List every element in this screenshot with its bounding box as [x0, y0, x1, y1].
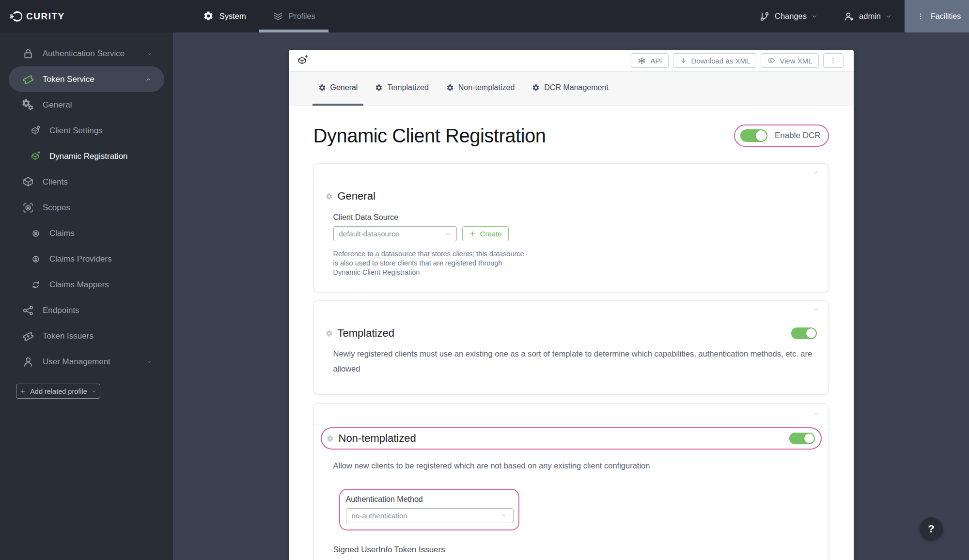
templatized-toggle[interactable] — [791, 327, 817, 339]
facilities-button[interactable]: Facilities — [905, 0, 969, 32]
client-data-source-help: Reference to a datasource that stores cl… — [333, 249, 817, 277]
sidebar-item-claims-providers[interactable]: Claims Providers — [0, 246, 173, 272]
chevron-down-icon — [91, 389, 97, 394]
claims-download-icon — [30, 253, 42, 265]
api-button[interactable]: API — [631, 53, 668, 68]
api-button-label: API — [650, 57, 662, 65]
plus-icon — [469, 230, 476, 237]
tab-dcr-management[interactable]: DCR Management — [526, 72, 614, 106]
nav-tab-system-label: System — [219, 12, 246, 21]
sidebar-item-token-service[interactable]: Token Service — [9, 66, 164, 92]
chevron-up-icon — [145, 76, 152, 83]
section-title: Templatized — [338, 327, 394, 340]
box-plus-icon — [297, 54, 309, 67]
section-general: General Client Data Source default-datas… — [313, 163, 829, 292]
share-icon — [21, 304, 35, 317]
more-options-button[interactable] — [823, 53, 844, 68]
nav-tab-system[interactable]: System — [190, 0, 259, 32]
sidebar-item-label: Clients — [43, 177, 68, 187]
tab-label: DCR Management — [544, 83, 609, 92]
sidebar-item-claims[interactable]: Claims — [0, 220, 173, 246]
client-data-source-select[interactable]: default-datasource — [333, 226, 457, 241]
view-xml-button[interactable]: View XML — [761, 53, 818, 68]
section-body: General Client Data Source default-datas… — [314, 181, 828, 292]
collapse-chevron-icon[interactable] — [813, 410, 820, 417]
gear-icon — [532, 84, 540, 92]
tab-non-templatized[interactable]: Non-templatized — [440, 72, 521, 106]
profile-card: API Download as XML View XML — [289, 50, 854, 560]
facilities-label: Facilities — [931, 12, 961, 21]
authentication-method-select[interactable]: no-authentication — [346, 508, 514, 523]
sidebar-item-dynamic-registration[interactable]: Dynamic Registration — [0, 143, 173, 169]
claims-icon — [30, 228, 42, 239]
curity-logo[interactable]: CURITY — [0, 0, 65, 32]
user-menu[interactable]: admin — [830, 0, 905, 32]
gear-icon — [326, 193, 333, 200]
help-button[interactable]: ? — [920, 517, 943, 541]
collapse-chevron-icon[interactable] — [813, 306, 820, 313]
sidebar-item-general[interactable]: General — [0, 92, 173, 118]
page-title: Dynamic Client Registration — [313, 125, 546, 147]
collapse-chevron-icon[interactable] — [813, 169, 820, 176]
tab-label: General — [330, 83, 358, 92]
section-collapse-strip — [314, 301, 828, 318]
non-templatized-description: Allow new clients to be registered which… — [333, 458, 817, 473]
sidebar-item-user-management[interactable]: User Management — [0, 349, 173, 374]
person-icon — [21, 355, 35, 369]
non-templatized-toggle[interactable] — [789, 433, 815, 444]
user-label: admin — [859, 12, 881, 21]
sidebar-item-endpoints[interactable]: Endpoints — [0, 297, 173, 323]
main-area: API Download as XML View XML — [173, 32, 969, 560]
scope-icon — [21, 201, 35, 215]
card-toolbar: API Download as XML View XML — [631, 53, 843, 68]
sidebar-item-scopes[interactable]: Scopes — [0, 195, 173, 220]
enable-dcr-control: Enable DCR — [734, 124, 829, 147]
changes-menu[interactable]: Changes — [746, 0, 830, 32]
git-branch-icon — [759, 11, 770, 22]
sidebar-item-clients[interactable]: Clients — [0, 169, 173, 195]
sidebar-item-label: User Management — [43, 357, 110, 367]
section-collapse-strip — [314, 164, 828, 181]
tab-templatized[interactable]: Templatized — [369, 72, 434, 106]
sidebar-item-client-settings[interactable]: Client Settings — [0, 118, 173, 143]
top-nav: System Profiles — [190, 0, 328, 32]
layers-icon — [272, 11, 284, 22]
plus-icon — [19, 388, 26, 395]
create-datasource-button[interactable]: Create — [462, 226, 509, 241]
topbar-right: Changes admin Facilities — [746, 0, 969, 32]
gear-icon — [203, 11, 215, 22]
view-xml-label: View XML — [780, 57, 812, 65]
add-related-profile-button[interactable]: Add related profile — [16, 384, 100, 399]
box-plus-icon — [30, 151, 42, 162]
chevron-down-icon — [146, 50, 153, 57]
changes-label: Changes — [775, 12, 807, 21]
chevron-down-icon — [444, 231, 451, 237]
sidebar-item-label: Authentication Service — [43, 49, 125, 59]
sidebar-item-claims-mappers[interactable]: Claims Mappers — [0, 272, 173, 297]
sidebar-item-token-issuers[interactable]: Token Issuers — [0, 323, 173, 349]
client-data-source-value: default-datasource — [339, 230, 399, 238]
eye-icon — [767, 56, 776, 65]
section-title: General — [338, 190, 375, 202]
download-xml-label: Download as XML — [691, 57, 750, 65]
download-xml-button[interactable]: Download as XML — [673, 53, 757, 68]
nav-tab-profiles[interactable]: Profiles — [259, 0, 328, 32]
box-icon — [21, 175, 35, 189]
tab-general[interactable]: General — [313, 72, 364, 106]
card-header: API Download as XML View XML — [289, 50, 854, 72]
sidebar-item-label: Claims Providers — [49, 254, 111, 264]
section-heading: Templatized — [326, 327, 817, 340]
tab-bar: General Templatized Non-templatized DCR … — [289, 72, 854, 106]
user-gear-icon — [843, 11, 855, 22]
enable-dcr-toggle[interactable] — [740, 129, 767, 142]
gear-icon — [318, 84, 326, 92]
chevron-down-icon — [501, 512, 508, 519]
title-row: Dynamic Client Registration Enable DCR — [313, 106, 829, 163]
sidebar-item-authentication-service[interactable]: Authentication Service — [0, 41, 173, 66]
section-non-templatized: Non-templatized Allow new clients to be … — [313, 403, 829, 560]
sidebar-item-label: Dynamic Registration — [49, 152, 128, 161]
ticket-plus-icon — [21, 329, 35, 343]
top-bar: CURITY System Profiles Changes admin Fac… — [0, 0, 969, 32]
ticket-icon — [21, 73, 35, 86]
tab-content: Dynamic Client Registration Enable DCR — [289, 106, 854, 560]
